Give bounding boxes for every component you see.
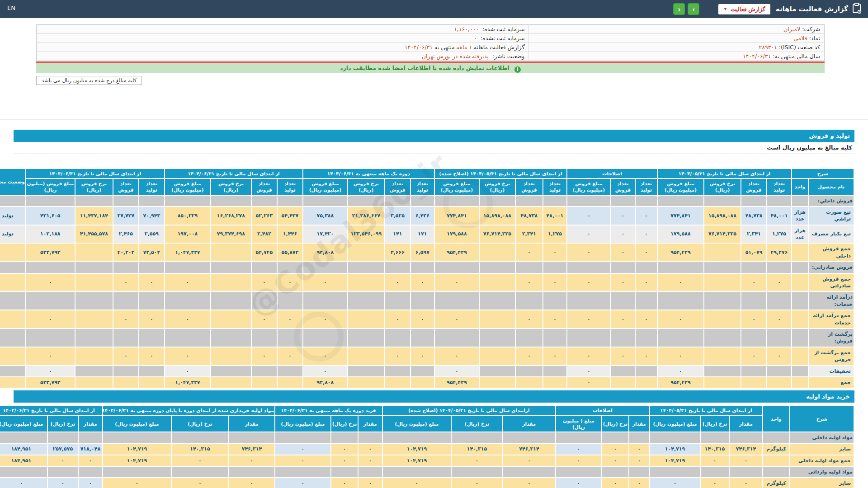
table-cell: ۹۵۴,۴۲۹ [658,244,703,261]
table-cell: ۰ [611,274,635,291]
table-cell [359,432,382,443]
next-report-button[interactable]: › [688,3,699,15]
table-cell [480,274,515,291]
table-cell: ۰ [26,347,75,365]
table-cell [602,467,628,477]
table-cell [0,432,47,443]
table-cell [75,274,113,291]
table-cell: ۷۴۶,۳۱۴ [503,444,555,454]
column-header: تعداد فروش [113,179,138,194]
table-cell [139,329,164,347]
table-cell: ۱۵,۸۹۸,۰۸۸ [704,207,741,225]
table-cell [113,196,138,206]
table-cell: ۵۳۳,۷۹۳ [26,244,75,261]
table-cell: ۲۵۷,۵۷۵ [48,444,78,454]
table-cell: ۰ [278,310,302,328]
raw-materials-table: شرحواحداز ابتدای سال مالی تا تاریخ ۱۴۰۴/… [0,405,854,488]
column-header: مبلغ (میلیون ریال) [103,416,171,432]
table-cell [383,467,451,477]
language-toggle-en[interactable]: EN [7,5,15,11]
table-cell: ۷۴۶,۳۱۴ [229,444,274,454]
table-cell [650,432,700,443]
prev-report-button[interactable]: ‹ [673,3,685,15]
column-header: مبلغ فروش (میلیون ریال) [658,179,703,194]
table-cell [411,329,434,347]
table-cell [278,262,302,272]
table-cell: ۷۶,۷۱۴,۲۲۵ [704,225,741,243]
table-cell [211,347,251,365]
table-cell [741,329,766,347]
table-cell [0,377,25,388]
table-cell [48,467,78,477]
table-cell [741,366,766,376]
table-cell [704,377,741,388]
table-cell: ۱۰۴,۷۱۹ [103,455,171,466]
column-group-header: مواد اولیه خریداری شده از ابتدای دوره تا… [103,406,274,415]
column-header: نرخ (ریال) [701,416,729,432]
column-header: مبلغ (میلیون ریال) [383,416,451,432]
table-cell [480,366,515,376]
table-cell [701,467,729,477]
table-cell [411,196,434,206]
table-row: سایرکیلوگرم۰۰۰۰۰۰۰۰۰۰۰۰۰۰۰۰۰۰ [0,478,854,488]
production-sales-table-wrap: شرحاز ابتدای سال مالی تا تاریخ ۱۴۰۴/۰۵/۳… [14,168,854,389]
table-cell: ۷۱۸,۰۴۸ [79,444,102,454]
table-cell [113,329,138,347]
table-cell [252,292,277,310]
table-cell [543,329,566,347]
table-cell: ۲,۳۴۱ [741,225,766,243]
table-cell [79,467,102,477]
column-header: مبلغ فروش (میلیون ریال) [303,179,347,194]
table-cell: ۹۵۴,۴۲۹ [658,377,703,388]
table-cell [516,377,542,388]
table-cell [792,310,808,328]
table-cell: ۱۴۱ [385,225,410,243]
table-cell [411,377,434,388]
row-label: جمع [809,377,854,388]
table-cell [704,347,741,365]
table-cell [348,196,384,206]
section-label: فروش داخلي: [809,196,854,206]
table-cell [385,377,410,388]
table-cell: ۰ [275,444,330,454]
table-cell [26,292,75,310]
table-cell: ۰ [229,478,274,488]
table-cell [113,292,138,310]
table-cell [792,377,808,388]
column-group-header: اصلاحات [556,406,649,415]
column-group-header: از ابتدای سال مالی تا تاریخ ۱۴۰۴/۰۵/۳۱ [650,406,762,415]
table-cell: ۰ [602,478,628,488]
table-cell: ۰ [611,244,635,261]
table-cell [165,196,210,206]
table-cell: ۰ [359,478,382,488]
table-row: تیغ یکبار مصرفهزار عدد۱,۲۷۵۲,۳۴۱۷۶,۷۱۴,۲… [0,225,854,243]
info-cell: سال مالی منتهی به:۱۴۰۴/۰۶/۳۱ [529,52,825,61]
table-cell [75,310,113,328]
table-cell: ۰ [543,310,566,328]
table-cell [480,262,515,272]
table-cell: ۰ [113,274,138,291]
codal-report-page: { "topbar": { "en": "EN", "title": "گزار… [0,0,868,488]
table-cell [348,347,384,365]
table-cell: ۱,۲۷۵ [767,225,791,243]
table-cell [480,244,515,261]
table-cell [211,366,251,376]
table-cell [636,292,657,310]
table-cell: ۰ [611,207,635,225]
table-cell: ۰ [278,347,302,365]
table-cell: ۵۵,۸۷۳ [278,244,302,261]
table-cell [741,377,766,388]
table-cell: ۱,۰۴۷,۲۳۷ [165,377,210,388]
table-cell: ۴۸,۷۳۸ [516,207,542,225]
report-type-dropdown[interactable]: گزارش فعالیت ▼ [718,4,770,14]
clipboard-icon [852,3,862,15]
column-header: تعداد فروش [385,179,410,194]
table-cell: ۰ [139,274,164,291]
red-divider [36,61,825,63]
column-header: مبلغ (میلیون ریال) [275,416,330,432]
panel-divider [0,119,868,120]
table-cell [792,196,808,206]
table-cell [658,329,703,347]
company-info-table: شرکت:لامیرانسرمایه ثبت شده: ۱,۱۶۰,۰۰۰نما… [36,24,825,61]
table-cell: ۰ [172,478,228,488]
